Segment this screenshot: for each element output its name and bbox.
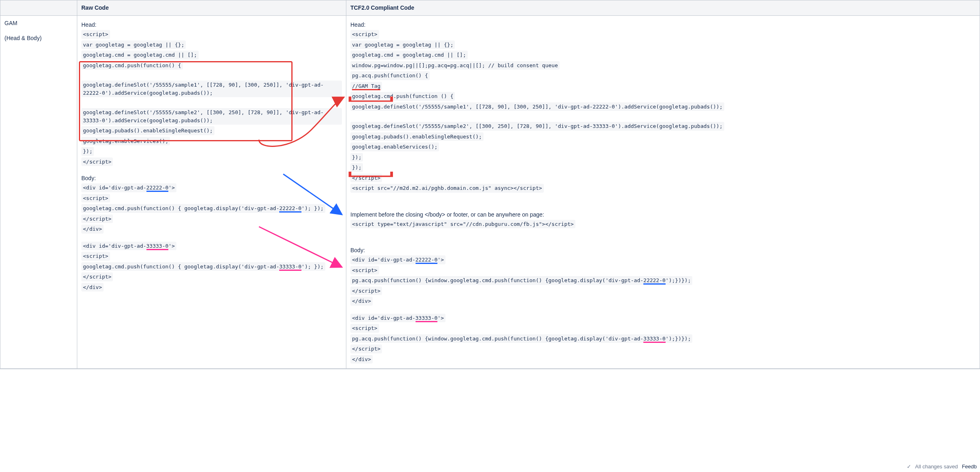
comp-body1-script-open: <script> bbox=[350, 266, 379, 275]
comp-body1-div: <div id='div-gpt-ad-22222-0'> bbox=[350, 255, 445, 264]
raw-head-line: googletag.enableServices(); bbox=[81, 137, 170, 146]
comp-block-line: googletag.cmd.push(function () { bbox=[350, 92, 455, 101]
header-raw-code: Raw Code bbox=[77, 0, 346, 16]
row-label-main: GAM bbox=[4, 19, 73, 28]
raw-head-line: googletag.cmd.push(function() { bbox=[81, 61, 183, 70]
raw-body2-script-close: </script> bbox=[81, 272, 113, 281]
comp-body-label: Body: bbox=[350, 246, 976, 255]
comp-body2-div-close: </div> bbox=[350, 355, 373, 364]
raw-body-label: Body: bbox=[81, 174, 342, 183]
raw-body1-push: googletag.cmd.push(function() { googleta… bbox=[81, 204, 325, 213]
comp-head-line: googletag.cmd = googletag.cmd || []; bbox=[350, 51, 468, 60]
comp-cdn-script: <script type="text/javascript" src="//cd… bbox=[350, 220, 575, 229]
code-comparison-table: Raw Code TCF2.0 Compliant Code GAM (Head… bbox=[0, 0, 980, 369]
raw-body2-div: <div id='div-gpt-ad-33333-0'> bbox=[81, 242, 176, 251]
raw-body2-script-open: <script> bbox=[81, 252, 110, 261]
raw-body2-push: googletag.cmd.push(function() { googleta… bbox=[81, 262, 325, 271]
raw-body2-div-close: </div> bbox=[81, 283, 104, 292]
raw-head-line: var googletag = googletag || {}; bbox=[81, 40, 186, 49]
comp-post-line: </script> bbox=[350, 174, 382, 183]
raw-body1-div: <div id='div-gpt-ad-22222-0'> bbox=[81, 183, 176, 192]
raw-head-line: <script> bbox=[81, 30, 110, 39]
raw-head-line: }); bbox=[81, 147, 94, 156]
comp-block-line: googletag.defineSlot('/55555/sample2', [… bbox=[350, 122, 724, 131]
comp-gam-tag: //GAM Tag bbox=[350, 82, 382, 91]
comp-body2-div: <div id='div-gpt-ad-33333-0'> bbox=[350, 314, 445, 323]
comp-body1-div-close: </div> bbox=[350, 297, 373, 306]
raw-body1-div-close: </div> bbox=[81, 225, 104, 234]
comp-block-line: googletag.pubads().enableSingleRequest()… bbox=[350, 132, 484, 141]
comp-head-label: Head: bbox=[350, 21, 976, 29]
comp-body1-script-close: </script> bbox=[350, 287, 382, 296]
header-blank bbox=[0, 0, 77, 16]
raw-body1-script-open: <script> bbox=[81, 194, 110, 203]
compliant-code-cell: Head: <script>var googletag = googletag … bbox=[346, 16, 980, 369]
raw-head-line: </script> bbox=[81, 157, 113, 166]
raw-head-line: googletag.defineSlot('/55555/sample2', [… bbox=[81, 108, 342, 125]
comp-block-line: googletag.enableServices(); bbox=[350, 142, 439, 151]
header-compliant-code: TCF2.0 Compliant Code bbox=[346, 0, 980, 16]
comp-body2-script-open: <script> bbox=[350, 324, 379, 333]
comp-block-line: googletag.defineSlot('/55555/sample1', [… bbox=[350, 102, 724, 111]
row-label-gam: GAM (Head & Body) bbox=[0, 16, 77, 369]
comp-body2-script-close: </script> bbox=[350, 344, 382, 353]
comp-block-line: }); bbox=[350, 153, 363, 162]
comp-implement-note: Implement before the closing </body> or … bbox=[350, 210, 976, 219]
raw-head-label: Head: bbox=[81, 21, 342, 29]
comp-body2-push: pg.acq.push(function() {window.googletag… bbox=[350, 334, 692, 343]
raw-code-cell: Head: <script>var googletag = googletag … bbox=[77, 16, 346, 369]
comp-head-line: window.pg=window.pg||[];pg.acq=pg.acq||[… bbox=[350, 61, 560, 70]
raw-head-line: googletag.cmd = googletag.cmd || []; bbox=[81, 51, 199, 60]
comp-head-line: <script> bbox=[350, 30, 379, 39]
comp-body1-push: pg.acq.push(function() {window.googletag… bbox=[350, 276, 692, 285]
comp-post-line: <script src="//m2d.m2.ai/pghb.domain.com… bbox=[350, 184, 544, 193]
raw-head-line: googletag.defineSlot('/55555/sample1', [… bbox=[81, 81, 342, 97]
comp-head-line: var googletag = googletag || {}; bbox=[350, 40, 455, 49]
raw-body1-script-close: </script> bbox=[81, 215, 113, 223]
comp-post-line: }); bbox=[350, 163, 363, 172]
raw-head-line: googletag.pubads().enableSingleRequest()… bbox=[81, 126, 214, 135]
comp-head-line: pg.acq.push(function() { bbox=[350, 71, 430, 80]
row-label-sub: (Head & Body) bbox=[4, 34, 73, 43]
